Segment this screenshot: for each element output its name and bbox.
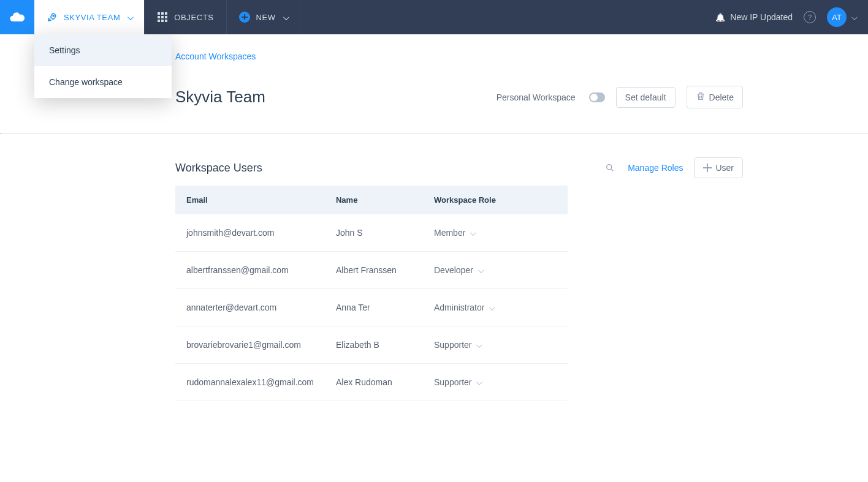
notification[interactable]: New IP Updated bbox=[715, 12, 793, 22]
chevron-down-icon bbox=[470, 228, 474, 238]
personal-workspace-label: Personal Workspace bbox=[497, 92, 576, 102]
dropdown-change-workspace[interactable]: Change workspace bbox=[34, 66, 172, 98]
divider bbox=[0, 133, 868, 134]
role-select[interactable]: Member bbox=[434, 228, 474, 238]
manage-roles-link[interactable]: Manage Roles bbox=[628, 163, 683, 173]
cell-email: rudomannalexalex11@gmail.com bbox=[175, 364, 325, 401]
cell-name: Anna Ter bbox=[325, 289, 423, 326]
cell-role: Supporter bbox=[423, 326, 568, 364]
svg-point-0 bbox=[53, 15, 54, 17]
cell-role: Member bbox=[423, 214, 568, 252]
topbar-right: New IP Updated ? AT bbox=[703, 0, 868, 34]
nav-objects[interactable]: OBJECTS bbox=[145, 0, 226, 34]
cell-email: brovariebrovarie1@gmail.com bbox=[175, 326, 325, 364]
table-row: brovariebrovarie1@gmail.comElizabeth BSu… bbox=[175, 326, 568, 364]
cell-email: johnsmith@devart.com bbox=[175, 214, 325, 252]
logo[interactable] bbox=[0, 0, 34, 34]
cloud-icon bbox=[9, 9, 26, 26]
notification-text: New IP Updated bbox=[730, 12, 793, 22]
help-icon[interactable]: ? bbox=[804, 11, 816, 23]
nav-team-label: SKYVIA TEAM bbox=[64, 13, 120, 22]
search-icon bbox=[605, 163, 615, 173]
nav-team[interactable]: SKYVIA TEAM Settings Change workspace bbox=[34, 0, 145, 34]
col-name: Name bbox=[325, 186, 423, 214]
table-row: albertfranssen@gmail.comAlbert FranssenD… bbox=[175, 252, 568, 289]
avatar: AT bbox=[827, 7, 847, 27]
table-row: rudomannalexalex11@gmail.comAlex Rudoman… bbox=[175, 364, 568, 401]
users-table: Email Name Workspace Role johnsmith@deva… bbox=[175, 186, 568, 401]
col-email: Email bbox=[175, 186, 325, 214]
nav-objects-label: OBJECTS bbox=[174, 13, 213, 22]
add-user-button[interactable]: User bbox=[694, 157, 743, 178]
chevron-down-icon bbox=[478, 265, 482, 275]
team-dropdown: Settings Change workspace bbox=[34, 34, 172, 98]
svg-point-1 bbox=[607, 165, 612, 170]
cell-email: albertfranssen@gmail.com bbox=[175, 252, 325, 289]
set-default-button[interactable]: Set default bbox=[616, 87, 676, 108]
chevron-down-icon bbox=[283, 13, 287, 22]
account-menu[interactable]: AT bbox=[827, 7, 856, 27]
cell-name: Elizabeth B bbox=[325, 326, 423, 364]
rocket-icon bbox=[47, 12, 58, 23]
dropdown-settings[interactable]: Settings bbox=[34, 34, 172, 66]
table-row: annaterter@devart.comAnna TerAdministrat… bbox=[175, 289, 568, 326]
search-button[interactable] bbox=[603, 161, 617, 175]
cell-name: Alex Rudoman bbox=[325, 364, 423, 401]
nav-new[interactable]: NEW bbox=[227, 0, 300, 34]
chevron-down-icon bbox=[851, 12, 856, 22]
role-select[interactable]: Administrator bbox=[434, 303, 493, 312]
trash-icon bbox=[696, 91, 706, 103]
page-header: Skyvia Team Personal Workspace Set defau… bbox=[175, 86, 743, 133]
topbar: SKYVIA TEAM Settings Change workspace OB… bbox=[0, 0, 868, 34]
cell-role: Developer bbox=[423, 252, 568, 289]
cell-name: Albert Franssen bbox=[325, 252, 423, 289]
plus-icon bbox=[703, 164, 712, 172]
chevron-down-icon bbox=[128, 13, 132, 22]
role-select[interactable]: Supporter bbox=[434, 377, 481, 387]
users-section: Workspace Users Manage Roles User Email bbox=[175, 157, 743, 401]
chevron-down-icon bbox=[489, 303, 493, 312]
chevron-down-icon bbox=[476, 340, 481, 350]
page-title: Skyvia Team bbox=[175, 88, 497, 107]
breadcrumb-link[interactable]: Account Workspaces bbox=[175, 51, 256, 61]
plus-circle-icon bbox=[239, 12, 250, 23]
role-select[interactable]: Supporter bbox=[434, 340, 481, 350]
nav-new-label: NEW bbox=[256, 13, 276, 22]
table-row: johnsmith@devart.comJohn SMember bbox=[175, 214, 568, 252]
personal-workspace-toggle[interactable] bbox=[589, 92, 605, 102]
grid-icon bbox=[157, 12, 168, 23]
col-role: Workspace Role bbox=[423, 186, 568, 214]
cell-name: John S bbox=[325, 214, 423, 252]
bell-icon bbox=[715, 12, 725, 22]
chevron-down-icon bbox=[476, 377, 481, 387]
role-select[interactable]: Developer bbox=[434, 265, 482, 275]
cell-email: annaterter@devart.com bbox=[175, 289, 325, 326]
cell-role: Supporter bbox=[423, 364, 568, 401]
delete-button[interactable]: Delete bbox=[687, 86, 743, 108]
breadcrumb: Account Workspaces bbox=[175, 51, 743, 61]
users-title: Workspace Users bbox=[175, 162, 603, 175]
cell-role: Administrator bbox=[423, 289, 568, 326]
